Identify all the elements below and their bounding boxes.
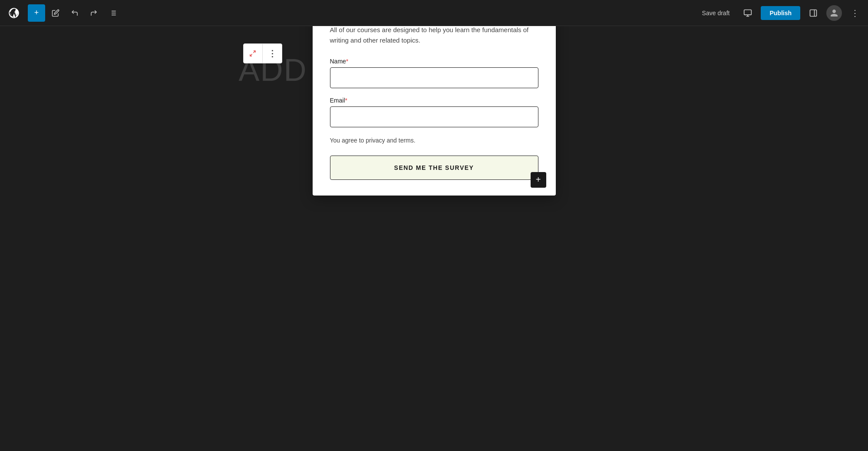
modal-description: All of our courses are designed to help …: [330, 25, 538, 46]
name-label: Name*: [330, 58, 538, 65]
sidebar-toggle-button[interactable]: [805, 5, 821, 21]
list-view-button[interactable]: [104, 4, 122, 22]
name-input[interactable]: [330, 67, 538, 88]
undo-button[interactable]: [66, 4, 83, 22]
email-label: Email*: [330, 97, 538, 104]
topbar: + Save draft Publish ⋮: [0, 0, 868, 26]
monitor-icon[interactable]: [740, 5, 756, 21]
add-block-below-button[interactable]: +: [531, 172, 546, 188]
options-menu-button[interactable]: ⋮: [847, 5, 863, 21]
topbar-left: +: [5, 4, 122, 22]
modal-overlay: × Find the perfect course All of our cou…: [239, 52, 630, 96]
submit-row: SEND ME THE SURVEY +: [330, 156, 538, 180]
topbar-right: Save draft Publish ⋮: [697, 5, 863, 21]
privacy-text: You agree to privacy and terms.: [330, 136, 538, 145]
svg-rect-6: [744, 10, 752, 15]
avatar[interactable]: [826, 5, 842, 21]
modal-body: Find the perfect course All of our cours…: [313, 0, 556, 196]
svg-rect-9: [810, 10, 817, 16]
add-block-topbar-button[interactable]: +: [28, 4, 45, 22]
save-draft-button[interactable]: Save draft: [697, 7, 735, 19]
popup-modal: × Find the perfect course All of our cou…: [313, 0, 556, 196]
edit-button[interactable]: [47, 4, 64, 22]
email-field-group: Email*: [330, 97, 538, 127]
main-content: ADD TITLE ⋮ × Find the perfect course: [0, 26, 868, 451]
publish-button[interactable]: Publish: [761, 6, 800, 20]
redo-button[interactable]: [85, 4, 102, 22]
editor-area: ADD TITLE ⋮ × Find the perfect course: [239, 52, 630, 96]
name-field-group: Name*: [330, 58, 538, 88]
email-input[interactable]: [330, 106, 538, 127]
wp-logo[interactable]: [5, 4, 23, 22]
submit-button[interactable]: SEND ME THE SURVEY: [330, 156, 538, 180]
